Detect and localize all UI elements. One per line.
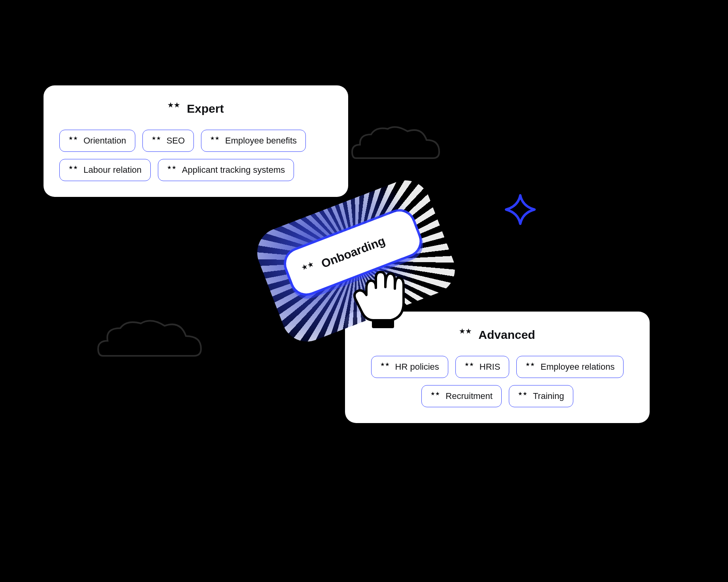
sparkle-icon [504,194,536,225]
stars-icon [167,165,177,175]
skill-chip[interactable]: Employee relations [516,356,624,378]
stars-icon [210,136,220,146]
chip-label: Orientation [83,136,126,146]
stars-icon [430,391,441,401]
stars-icon [68,136,79,146]
stars-icon [152,136,162,146]
expert-chip-list: Orientation SEO Employee benefits Labour… [59,130,332,181]
cloud-icon [95,316,206,364]
skill-chip[interactable]: Orientation [59,130,135,152]
expert-card: Expert Orientation SEO Employee benefits… [44,85,348,197]
skill-chip[interactable]: SEO [142,130,194,152]
chip-label: HRIS [480,362,500,372]
skill-chip[interactable]: HR policies [371,356,448,378]
chip-label: Employee benefits [225,136,297,146]
expert-card-title: Expert [59,102,332,115]
advanced-card: Advanced HR policies HRIS Employee relat… [345,312,650,423]
chip-label: HR policies [395,362,439,372]
stars-icon [459,328,473,342]
chip-label: Applicant tracking systems [182,165,285,175]
cloud-icon [348,123,443,166]
chip-label: Onboarding [319,234,387,271]
floating-skill-chip[interactable]: Onboarding [282,207,424,297]
chip-label: Employee relations [540,362,614,372]
stars-icon [168,102,181,115]
skill-chip[interactable]: Recruitment [421,385,502,407]
advanced-card-title: Advanced [361,328,634,342]
chip-label: SEO [167,136,185,146]
skill-chip[interactable]: Training [509,385,573,407]
stars-icon [301,260,318,278]
stars-icon [380,362,391,372]
stars-icon [518,391,528,401]
skill-chip[interactable]: Employee benefits [201,130,306,152]
skill-chip[interactable]: Labour relation [59,159,151,181]
skill-chip[interactable]: HRIS [455,356,510,378]
advanced-chip-list: HR policies HRIS Employee relations Recr… [361,356,634,407]
card-title-label: Expert [187,102,224,115]
card-title-label: Advanced [478,328,535,342]
chip-label: Training [533,391,564,401]
chip-label: Recruitment [446,391,493,401]
stars-icon [68,165,79,175]
skill-chip[interactable]: Applicant tracking systems [158,159,294,181]
stars-icon [525,362,536,372]
chip-label: Labour relation [83,165,142,175]
stars-icon [464,362,475,372]
